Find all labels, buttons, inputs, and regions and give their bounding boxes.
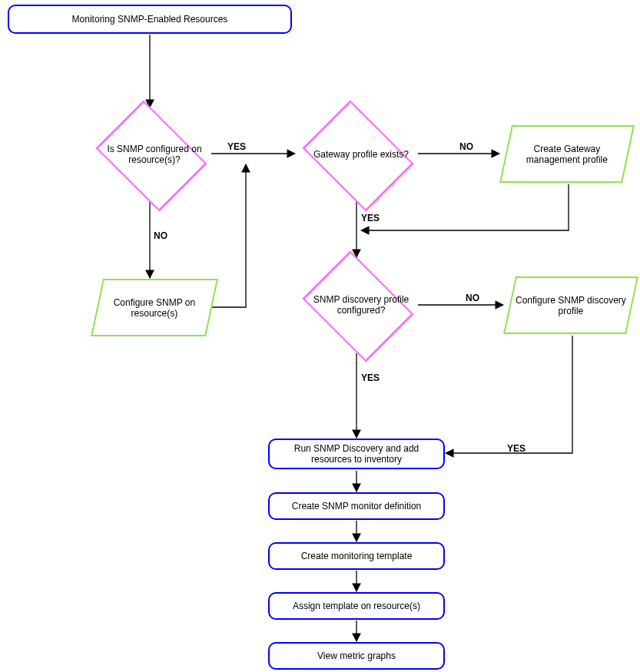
node-conf_snmp-label: Configure SNMP on resource(s) bbox=[98, 297, 211, 319]
edge-label-dec_gw-no: NO bbox=[459, 141, 473, 152]
node-create_mon-label: Create SNMP monitor definition bbox=[292, 501, 422, 511]
node-create_gw: Create Gateway management profile bbox=[499, 125, 635, 183]
node-view: View metric graphs bbox=[268, 642, 445, 670]
node-create_tmpl: Create monitoring template bbox=[268, 542, 445, 570]
node-dec_conf: Is SNMP configured on resource(s)? bbox=[88, 108, 211, 200]
node-dec_gw-label: Gateway profile exists? bbox=[313, 149, 409, 160]
node-run_disc-label: Run SNMP Discovery and add resources to … bbox=[276, 443, 437, 465]
edge-label-conf_disc-yes: YES bbox=[507, 443, 526, 454]
node-conf_disc-label: Configure SNMP discovery profile bbox=[511, 295, 631, 316]
node-create_gw-label: Create Gateway management profile bbox=[507, 144, 627, 165]
node-create_tmpl-label: Create monitoring template bbox=[301, 551, 413, 561]
edge-conf_disc-run_disc bbox=[446, 336, 572, 453]
edge-label-dec_conf-no: NO bbox=[154, 230, 167, 241]
node-conf_snmp: Configure SNMP on resource(s) bbox=[91, 279, 218, 336]
node-dec_conf-label: Is SNMP configured on resource(s)? bbox=[93, 144, 216, 165]
node-assign_tmpl: Assign template on resource(s) bbox=[268, 592, 445, 620]
edge-label-dec_disc-yes: YES bbox=[361, 372, 380, 383]
node-create_mon: Create SNMP monitor definition bbox=[268, 492, 445, 520]
node-view-label: View metric graphs bbox=[317, 650, 396, 661]
node-conf_disc: Configure SNMP discovery profile bbox=[503, 276, 638, 334]
edge-label-dec_disc-no: NO bbox=[466, 293, 479, 303]
node-start-label: Monitoring SNMP-Enabled Resources bbox=[72, 14, 228, 25]
node-dec_disc: SNMP discovery profile configured? bbox=[295, 259, 418, 351]
node-dec_disc-label: SNMP discovery profile configured? bbox=[300, 294, 423, 316]
edge-label-dec_gw-yes: YES bbox=[361, 213, 380, 223]
edge-label-dec_conf-yes: YES bbox=[227, 141, 246, 152]
node-dec_gw: Gateway profile exists? bbox=[295, 108, 418, 200]
flowchart-canvas: Monitoring SNMP-Enabled Resources Is SNM… bbox=[0, 0, 640, 672]
node-assign_tmpl-label: Assign template on resource(s) bbox=[293, 601, 420, 611]
node-run_disc: Run SNMP Discovery and add resources to … bbox=[268, 439, 445, 469]
node-start: Monitoring SNMP-Enabled Resources bbox=[8, 5, 292, 34]
